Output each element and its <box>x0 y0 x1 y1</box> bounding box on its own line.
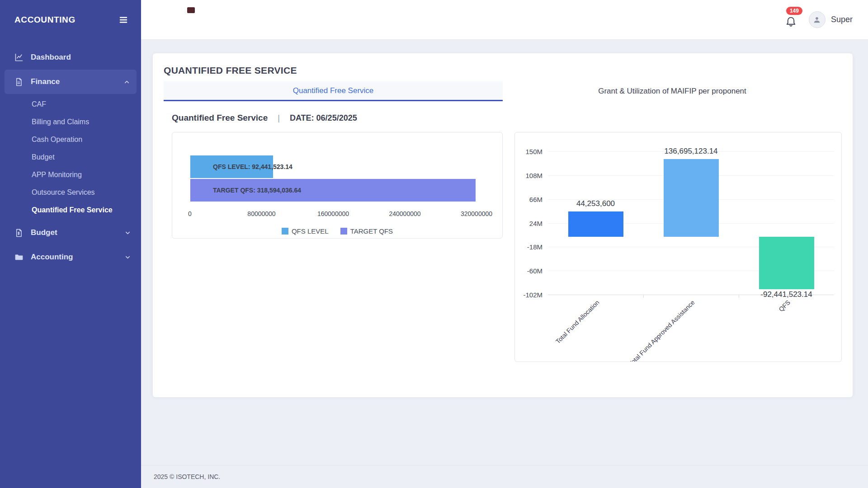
nav-label: Accounting <box>31 253 73 262</box>
qfs-level-vs-target-chart: QFS LEVEL: 92,441,523.14TARGET QFS: 318,… <box>172 132 503 239</box>
nav-label: Dashboard <box>31 53 71 62</box>
bar-data-label: QFS LEVEL: 92,441,523.14 <box>213 155 292 178</box>
finance-submenu: CAFBilling and ClaimsCash OperationBudge… <box>0 94 141 221</box>
chart-section-title: Quantified Free Service <box>172 113 268 123</box>
sidebar-item-dashboard[interactable]: Dashboard <box>0 45 141 70</box>
bar-total-fund-approved-assistance <box>664 159 719 237</box>
bell-icon <box>785 15 797 29</box>
qfs-card: QUANTIFIED FREE SERVICE Quantified Free … <box>153 53 853 397</box>
x-axis-tick-label: 240000000 <box>389 210 420 217</box>
chevron-up-icon <box>123 79 130 85</box>
bar-value-label: 44,253,600 <box>542 199 650 208</box>
page-title: QUANTIFIED FREE SERVICE <box>164 65 842 76</box>
sidebar-subitem-budget[interactable]: Budget <box>0 148 141 166</box>
footer: 2025 © ISOTECH, INC. <box>141 465 868 488</box>
nav-label: Finance <box>31 77 60 86</box>
content-area: QUANTIFIED FREE SERVICE Quantified Free … <box>141 40 868 465</box>
y-axis-tick-label: -18M <box>515 243 542 251</box>
main-area: 149 Super QUANTIFIED FREE SERVICE Quanti… <box>141 0 868 488</box>
hchart-plot-area: QFS LEVEL: 92,441,523.14TARGET QFS: 318,… <box>190 155 476 202</box>
folder-icon <box>14 253 24 262</box>
app-title: ACCOUNTING <box>14 15 75 25</box>
chevron-down-icon <box>124 230 131 236</box>
sidebar-item-accounting[interactable]: Accounting <box>0 245 141 269</box>
topbar: 149 Super <box>141 0 868 40</box>
tab-quantified-free-service[interactable]: Quantified Free Service <box>164 81 503 101</box>
sidebar-subitem-outsource-services[interactable]: Outsource Services <box>0 183 141 201</box>
sidebar-subitem-app-monitoring[interactable]: APP Monitoring <box>0 166 141 183</box>
x-axis-tick-label: 80000000 <box>247 210 275 217</box>
legend-swatch-icon <box>340 228 347 235</box>
category-label-text: QFS <box>777 299 792 313</box>
legend-item-target-qfs: TARGET QFS <box>340 227 393 235</box>
sidebar: ACCOUNTING Dashboard Finance CAFBilling … <box>0 0 141 488</box>
avatar <box>809 11 826 28</box>
legend-swatch-icon <box>282 228 288 235</box>
sidebar-header: ACCOUNTING <box>0 0 141 40</box>
y-axis-tick-label: -60M <box>515 267 542 275</box>
bar-data-label: TARGET QFS: 318,594,036.64 <box>213 179 301 202</box>
file-invoice-dollar-icon <box>14 229 24 237</box>
category-label-text: Total Fund Allocation <box>554 299 601 345</box>
sidebar-subitem-billing-and-claims[interactable]: Billing and Claims <box>0 113 141 131</box>
hchart-x-axis: 080000000160000000240000000320000000 <box>190 210 476 219</box>
bar-value-label: -92,441,523.14 <box>732 290 841 299</box>
tabs: Quantified Free Service Grant & Utilizat… <box>164 81 842 101</box>
menu-toggle-icon[interactable] <box>118 15 128 25</box>
notification-count-badge: 149 <box>786 7 802 15</box>
chart-legend: QFS LEVELTARGET QFS <box>172 227 502 235</box>
sidebar-item-finance[interactable]: Finance <box>5 70 137 94</box>
chart-line-icon <box>14 53 24 62</box>
y-axis-tick-label: -102M <box>515 291 542 299</box>
sidebar-nav: Dashboard Finance CAFBilling and ClaimsC… <box>0 40 141 269</box>
chevron-down-icon <box>124 254 131 261</box>
bar-value-label: 136,695,123.14 <box>637 147 745 156</box>
legend-label: QFS LEVEL <box>292 227 329 235</box>
subtitle-row: Quantified Free Service | DATE: 06/25/20… <box>164 113 842 123</box>
notifications-button[interactable]: 149 <box>785 10 797 29</box>
y-axis-tick-label: 150M <box>515 148 542 155</box>
x-axis-tick-label: 0 <box>188 210 192 217</box>
x-axis-tick-label: 320000000 <box>461 210 492 217</box>
bar-qfs <box>759 237 814 289</box>
date-label: DATE: 06/25/2025 <box>290 113 357 123</box>
y-axis-tick-label: 66M <box>515 195 542 203</box>
sidebar-subitem-cash-operation[interactable]: Cash Operation <box>0 131 141 148</box>
nav-label: Budget <box>31 228 57 237</box>
y-axis-tick-label: 108M <box>515 171 542 179</box>
sidebar-item-budget[interactable]: Budget <box>0 221 141 245</box>
user-name: Super <box>831 15 853 24</box>
sidebar-subitem-quantified-free-service[interactable]: Quantified Free Service <box>0 201 141 219</box>
x-axis-tick-label: 160000000 <box>317 210 349 217</box>
copyright-text: 2025 © ISOTECH, INC. <box>154 473 220 480</box>
fund-summary-chart: 150M108M66M24M-18M-60M-102M44,253,600Tot… <box>514 132 842 362</box>
legend-label: TARGET QFS <box>350 227 393 235</box>
y-axis-tick-label: 24M <box>515 219 542 227</box>
logo-placeholder <box>187 7 195 13</box>
charts-row: QFS LEVEL: 92,441,523.14TARGET QFS: 318,… <box>164 132 842 362</box>
user-menu[interactable]: Super <box>809 11 853 28</box>
file-invoice-icon <box>14 78 24 86</box>
separator: | <box>278 113 280 123</box>
legend-item-qfs-level: QFS LEVEL <box>282 227 329 235</box>
category-label-text: Total Fund Approved Assistance <box>627 299 696 362</box>
sidebar-subitem-caf[interactable]: CAF <box>0 95 141 113</box>
bar-total-fund-allocation <box>568 211 623 237</box>
x-axis-tick <box>643 295 644 298</box>
tab-grant-utilization-maifip[interactable]: Grant & Utilization of MAIFIP per propon… <box>503 81 842 101</box>
